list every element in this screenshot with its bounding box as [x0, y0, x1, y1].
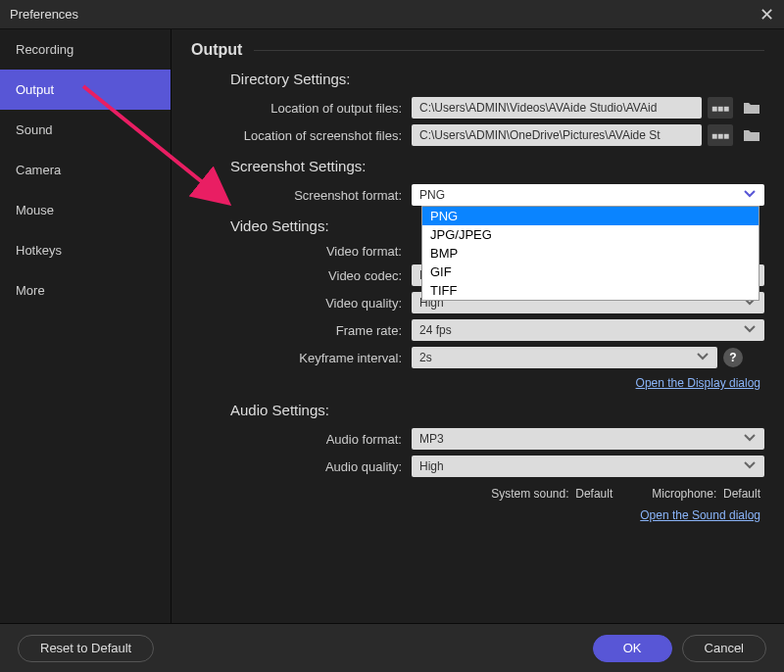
- screenshot-format-value: PNG: [419, 188, 445, 202]
- screenshot-format-dropdown[interactable]: PNG JPG/JPEG BMP GIF TIFF: [421, 206, 760, 301]
- sidebar: Recording Output Sound Camera Mouse Hotk…: [0, 29, 172, 623]
- dropdown-option-gif[interactable]: GIF: [422, 263, 759, 281]
- output-location-field[interactable]: [412, 97, 702, 119]
- audio-format-label: Audio format:: [191, 432, 412, 447]
- folder-icon: [743, 128, 760, 142]
- video-quality-label: Video quality:: [191, 296, 412, 311]
- dropdown-option-bmp[interactable]: BMP: [422, 244, 759, 263]
- screenshot-location-open[interactable]: [739, 124, 764, 146]
- reset-button[interactable]: Reset to Default: [18, 635, 154, 662]
- keyframe-label: Keyframe interval:: [191, 351, 412, 365]
- dropdown-option-png[interactable]: PNG: [422, 207, 759, 225]
- chevron-down-icon: [743, 459, 757, 473]
- folder-icon: [743, 101, 760, 115]
- screenshot-format-select[interactable]: PNG: [412, 184, 764, 206]
- footer: Reset to Default OK Cancel: [0, 623, 784, 672]
- sidebar-item-mouse[interactable]: Mouse: [0, 190, 171, 230]
- close-button[interactable]: ✕: [760, 4, 774, 25]
- frame-rate-label: Frame rate:: [191, 323, 412, 338]
- output-location-open[interactable]: [739, 97, 764, 119]
- dropdown-option-jpg[interactable]: JPG/JPEG: [422, 225, 759, 244]
- dots-icon: ■■■: [711, 103, 729, 114]
- screenshot-format-label: Screenshot format:: [191, 188, 412, 203]
- screenshot-location-browse[interactable]: ■■■: [708, 124, 733, 146]
- sidebar-item-hotkeys[interactable]: Hotkeys: [0, 230, 171, 270]
- output-location-label: Location of output files:: [191, 101, 412, 116]
- system-sound-value: Default: [575, 487, 612, 501]
- screenshot-location-label: Location of screenshot files:: [191, 128, 412, 143]
- ok-button[interactable]: OK: [593, 635, 672, 662]
- frame-rate-select[interactable]: 24 fps: [412, 319, 764, 341]
- microphone-value: Default: [723, 487, 760, 501]
- output-location-browse[interactable]: ■■■: [708, 97, 733, 119]
- open-sound-dialog-link[interactable]: Open the Sound dialog: [191, 508, 760, 522]
- sidebar-item-camera[interactable]: Camera: [0, 150, 171, 190]
- cancel-button[interactable]: Cancel: [682, 635, 766, 662]
- section-audio: Audio Settings:: [230, 402, 764, 418]
- audio-quality-select[interactable]: High: [412, 456, 764, 477]
- chevron-down-icon: [743, 323, 757, 337]
- sidebar-item-more[interactable]: More: [0, 270, 171, 311]
- dots-icon: ■■■: [711, 130, 729, 141]
- frame-rate-value: 24 fps: [419, 323, 452, 337]
- audio-format-select[interactable]: MP3: [412, 428, 764, 450]
- dropdown-option-tiff[interactable]: TIFF: [422, 281, 759, 300]
- audio-quality-label: Audio quality:: [191, 459, 412, 474]
- sidebar-item-recording[interactable]: Recording: [0, 29, 171, 70]
- video-format-label: Video format:: [191, 244, 412, 259]
- titlebar: Preferences ✕: [0, 0, 784, 29]
- section-screenshot: Screenshot Settings:: [230, 158, 764, 174]
- audio-quality-value: High: [419, 459, 444, 473]
- main-panel: Output Directory Settings: Location of o…: [172, 29, 784, 623]
- microphone-label: Microphone:: [652, 487, 716, 501]
- section-directory: Directory Settings:: [230, 71, 764, 87]
- chevron-down-icon: [743, 188, 757, 202]
- system-sound-label: System sound:: [491, 487, 568, 501]
- video-codec-label: Video codec:: [191, 268, 412, 283]
- sidebar-item-output[interactable]: Output: [0, 70, 171, 110]
- audio-format-value: MP3: [419, 432, 444, 446]
- chevron-down-icon: [696, 351, 710, 364]
- window-title: Preferences: [10, 7, 78, 22]
- audio-status-row: System sound: Default Microphone: Defaul…: [191, 487, 760, 501]
- screenshot-location-field[interactable]: [412, 124, 702, 146]
- keyframe-help-icon[interactable]: ?: [723, 348, 743, 367]
- chevron-down-icon: [743, 432, 757, 446]
- keyframe-value: 2s: [419, 351, 432, 364]
- keyframe-select[interactable]: 2s: [412, 347, 717, 368]
- open-display-dialog-link[interactable]: Open the Display dialog: [191, 376, 760, 390]
- sidebar-item-sound[interactable]: Sound: [0, 110, 171, 150]
- page-title: Output: [191, 41, 764, 59]
